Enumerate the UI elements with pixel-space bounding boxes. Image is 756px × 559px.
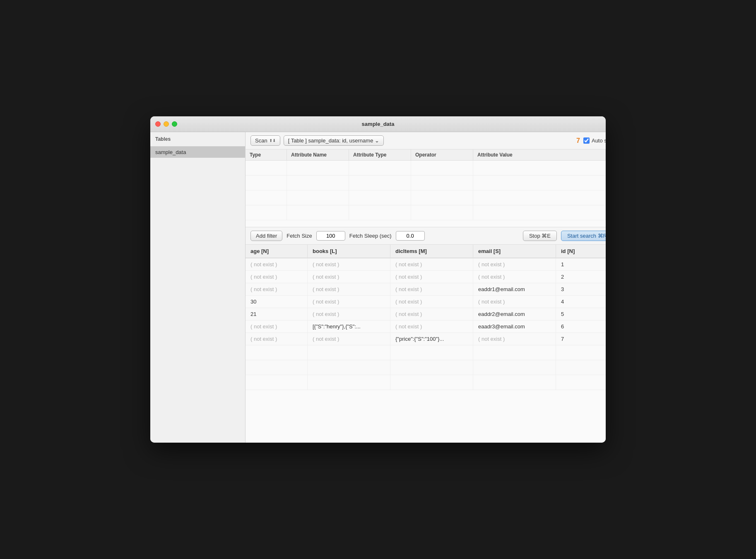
- cell-age-4: 30: [246, 296, 308, 308]
- cell-dicitems-7: {"price":{"S":"100"}...: [390, 333, 473, 345]
- filter-table: Type Attribute Name Attribute Type Opera…: [246, 149, 606, 227]
- cell-empty: [246, 360, 308, 375]
- table-row: 21 ( not exist ) ( not exist ) eaddr2@em…: [246, 308, 606, 320]
- cell-email-7: ( not exist ): [473, 333, 556, 345]
- start-search-button[interactable]: Start search ⌘R: [561, 231, 606, 241]
- fetch-sleep-input[interactable]: 0.0: [396, 231, 425, 241]
- table-selector-button[interactable]: [ Table ] sample_data: id, username ⌄: [284, 135, 384, 146]
- cell-books-7: ( not exist ): [308, 333, 390, 345]
- cell-id-3: 3: [556, 283, 606, 295]
- cell-empty: [473, 360, 556, 375]
- results-col-dicitems: dicItems [M]: [390, 245, 473, 258]
- filter-cell: [411, 161, 473, 175]
- filter-row: [246, 161, 606, 176]
- cell-email-5: eaddr2@email.com: [473, 308, 556, 320]
- cell-id-2: 2: [556, 271, 606, 283]
- filter-row: [246, 190, 606, 205]
- filter-cell: [246, 190, 287, 205]
- cell-dicitems-2: ( not exist ): [390, 271, 473, 283]
- cell-empty: [556, 360, 606, 375]
- scan-button[interactable]: Scan ⬆⬇: [250, 135, 280, 146]
- cell-email-1: ( not exist ): [473, 258, 556, 270]
- results-col-id: id [N]: [556, 245, 606, 258]
- app-window: sample_data Tables sample_data Scan ⬆⬇ […: [150, 116, 606, 443]
- filter-cell: [349, 161, 411, 175]
- cell-age-2: ( not exist ): [246, 271, 308, 283]
- filter-cell: [349, 190, 411, 205]
- cell-email-4: ( not exist ): [473, 296, 556, 308]
- cell-email-3: eaddr1@email.com: [473, 283, 556, 295]
- filter-col-type: Type: [246, 149, 287, 160]
- filter-cell: [246, 176, 287, 190]
- table-row: ( not exist ) [{"S":"henry"},{"S":... ( …: [246, 320, 606, 333]
- add-filter-button[interactable]: Add filter: [250, 231, 282, 241]
- filter-cell: [411, 205, 473, 220]
- filter-col-attr-value: Attribute Value: [473, 149, 606, 160]
- filter-row: [246, 176, 606, 190]
- fetch-size-input[interactable]: 100: [316, 231, 345, 241]
- cell-dicitems-4: ( not exist ): [390, 296, 473, 308]
- filter-col-operator: Operator: [411, 149, 473, 160]
- table-row-empty: [246, 360, 606, 375]
- sidebar-item-sample-data[interactable]: sample_data: [150, 147, 245, 158]
- content-area: Tables sample_data Scan ⬆⬇ [ Table ] sam…: [150, 132, 606, 443]
- filter-cell: [246, 161, 287, 175]
- filter-col-attr-type: Attribute Type: [349, 149, 411, 160]
- filter-cell: [349, 176, 411, 190]
- fetch-sleep-label: Fetch Sleep (sec): [349, 233, 392, 239]
- table-row-empty: [246, 375, 606, 390]
- actions-bar: Add filter Fetch Size 100 Fetch Sleep (s…: [246, 227, 606, 245]
- cell-empty: [473, 375, 556, 390]
- results-table: age [N] books [L] dicItems [M] email [S]…: [246, 245, 606, 443]
- filter-cell: [411, 190, 473, 205]
- cell-books-4: ( not exist ): [308, 296, 390, 308]
- results-col-age: age [N]: [246, 245, 308, 258]
- minimize-button[interactable]: [164, 121, 169, 127]
- table-row: ( not exist ) ( not exist ) ( not exist …: [246, 258, 606, 271]
- cell-empty: [390, 360, 473, 375]
- cell-dicitems-6: ( not exist ): [390, 320, 473, 333]
- filter-cell: [473, 161, 606, 175]
- scan-label: Scan: [255, 137, 267, 144]
- stop-button[interactable]: Stop ⌘E: [523, 231, 557, 241]
- cell-empty: [308, 345, 390, 360]
- cell-age-3: ( not exist ): [246, 283, 308, 295]
- maximize-button[interactable]: [172, 121, 177, 127]
- cell-empty: [308, 360, 390, 375]
- sidebar: Tables sample_data: [150, 132, 246, 443]
- cell-empty: [556, 345, 606, 360]
- cell-books-1: ( not exist ): [308, 258, 390, 270]
- table-row-empty: [246, 345, 606, 360]
- cell-id-1: 1: [556, 258, 606, 270]
- table-row: ( not exist ) ( not exist ) {"price":{"S…: [246, 333, 606, 345]
- cell-id-4: 4: [556, 296, 606, 308]
- scan-arrows-icon: ⬆⬇: [269, 138, 276, 143]
- filter-cell: [287, 190, 349, 205]
- filter-table-header: Type Attribute Name Attribute Type Opera…: [246, 149, 606, 161]
- fetch-size-label: Fetch Size: [287, 233, 312, 239]
- cell-empty: [246, 375, 308, 390]
- titlebar: sample_data: [150, 116, 606, 132]
- cell-books-5: ( not exist ): [308, 308, 390, 320]
- close-button[interactable]: [155, 121, 161, 127]
- filter-cell: [473, 190, 606, 205]
- filter-cell: [473, 176, 606, 190]
- cell-empty: [308, 375, 390, 390]
- table-selector-label: [ Table ] sample_data: id, username: [288, 137, 373, 144]
- filter-cell: [411, 176, 473, 190]
- filter-cell: [246, 205, 287, 220]
- filter-cell: [287, 161, 349, 175]
- cell-age-6: ( not exist ): [246, 320, 308, 333]
- main-content: Scan ⬆⬇ [ Table ] sample_data: id, usern…: [246, 132, 606, 443]
- filter-cell: [473, 205, 606, 220]
- toolbar: Scan ⬆⬇ [ Table ] sample_data: id, usern…: [246, 132, 606, 149]
- cell-dicitems-1: ( not exist ): [390, 258, 473, 270]
- cell-age-1: ( not exist ): [246, 258, 308, 270]
- cell-books-3: ( not exist ): [308, 283, 390, 295]
- cell-books-6: [{"S":"henry"},{"S":...: [308, 320, 390, 333]
- auto-sort-checkbox[interactable]: [583, 137, 590, 144]
- filter-cell: [287, 176, 349, 190]
- cell-email-6: eaadr3@email.com: [473, 320, 556, 333]
- cell-empty: [390, 375, 473, 390]
- window-title: sample_data: [362, 121, 395, 127]
